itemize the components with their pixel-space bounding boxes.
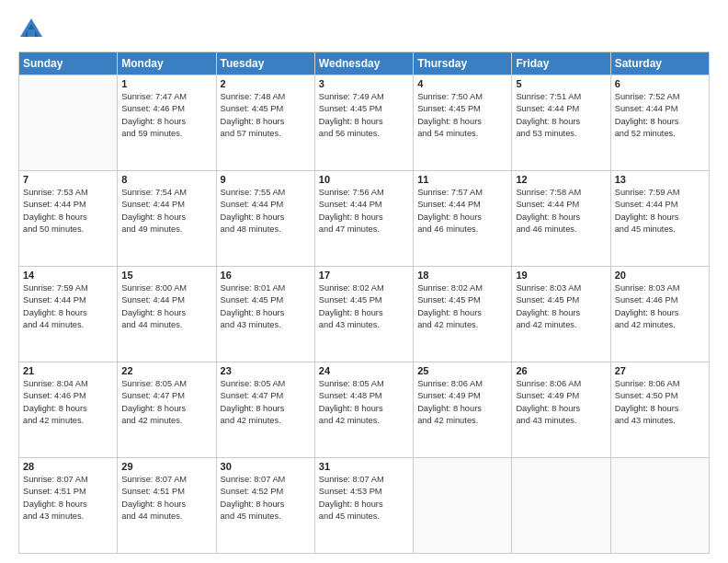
day-info: Sunrise: 7:48 AMSunset: 4:45 PMDaylight:… <box>221 91 311 141</box>
weekday-header-row: SundayMondayTuesdayWednesdayThursdayFrid… <box>19 52 710 75</box>
day-number: 24 <box>319 365 409 376</box>
calendar-cell: 3Sunrise: 7:49 AMSunset: 4:45 PMDaylight… <box>314 75 413 171</box>
day-info: Sunrise: 8:07 AMSunset: 4:52 PMDaylight:… <box>221 474 311 523</box>
calendar-cell: 24Sunrise: 8:05 AMSunset: 4:48 PMDayligh… <box>314 362 413 458</box>
day-info: Sunrise: 8:06 AMSunset: 4:50 PMDaylight:… <box>615 378 705 428</box>
day-info: Sunrise: 8:05 AMSunset: 4:47 PMDaylight:… <box>221 378 311 428</box>
day-number: 12 <box>516 174 606 185</box>
calendar-cell: 11Sunrise: 7:57 AMSunset: 4:44 PMDayligh… <box>414 171 512 267</box>
day-info: Sunrise: 7:59 AMSunset: 4:44 PMDaylight:… <box>23 282 113 332</box>
day-number: 30 <box>221 461 311 472</box>
logo <box>18 17 48 42</box>
day-info: Sunrise: 7:47 AMSunset: 4:46 PMDaylight:… <box>121 91 211 141</box>
day-number: 21 <box>23 365 113 376</box>
calendar-cell <box>414 458 512 554</box>
calendar-cell: 18Sunrise: 8:02 AMSunset: 4:45 PMDayligh… <box>414 267 512 362</box>
calendar-cell: 2Sunrise: 7:48 AMSunset: 4:45 PMDaylight… <box>216 75 314 171</box>
day-number: 1 <box>121 78 211 89</box>
weekday-header-thursday: Thursday <box>414 52 512 75</box>
calendar-cell: 16Sunrise: 8:01 AMSunset: 4:45 PMDayligh… <box>216 267 314 362</box>
day-number: 26 <box>516 365 606 376</box>
day-info: Sunrise: 7:52 AMSunset: 4:44 PMDaylight:… <box>615 91 705 141</box>
calendar-cell: 17Sunrise: 8:02 AMSunset: 4:45 PMDayligh… <box>314 267 413 362</box>
day-info: Sunrise: 8:05 AMSunset: 4:47 PMDaylight:… <box>121 378 211 428</box>
day-number: 11 <box>417 174 507 185</box>
calendar-week-row: 21Sunrise: 8:04 AMSunset: 4:46 PMDayligh… <box>19 362 710 458</box>
calendar-cell: 23Sunrise: 8:05 AMSunset: 4:47 PMDayligh… <box>216 362 314 458</box>
day-number: 18 <box>417 270 507 281</box>
calendar-page: SundayMondayTuesdayWednesdayThursdayFrid… <box>0 0 728 563</box>
calendar-cell: 1Sunrise: 7:47 AMSunset: 4:46 PMDaylight… <box>118 75 216 171</box>
calendar-week-row: 1Sunrise: 7:47 AMSunset: 4:46 PMDaylight… <box>19 75 710 171</box>
weekday-header-tuesday: Tuesday <box>216 52 314 75</box>
day-info: Sunrise: 7:55 AMSunset: 4:44 PMDaylight:… <box>221 187 311 236</box>
calendar-cell: 19Sunrise: 8:03 AMSunset: 4:45 PMDayligh… <box>512 267 610 362</box>
day-info: Sunrise: 8:07 AMSunset: 4:51 PMDaylight:… <box>121 474 211 523</box>
calendar-cell: 6Sunrise: 7:52 AMSunset: 4:44 PMDaylight… <box>610 75 709 171</box>
calendar-cell: 7Sunrise: 7:53 AMSunset: 4:44 PMDaylight… <box>19 171 118 267</box>
day-number: 29 <box>121 461 211 472</box>
calendar-cell: 12Sunrise: 7:58 AMSunset: 4:44 PMDayligh… <box>512 171 610 267</box>
day-number: 10 <box>319 174 409 185</box>
calendar-cell: 20Sunrise: 8:03 AMSunset: 4:46 PMDayligh… <box>610 267 709 362</box>
day-number: 19 <box>516 270 606 281</box>
weekday-header-friday: Friday <box>512 52 610 75</box>
day-number: 17 <box>319 270 409 281</box>
calendar-week-row: 7Sunrise: 7:53 AMSunset: 4:44 PMDaylight… <box>19 171 710 267</box>
day-info: Sunrise: 8:02 AMSunset: 4:45 PMDaylight:… <box>319 282 409 332</box>
calendar-cell: 31Sunrise: 8:07 AMSunset: 4:53 PMDayligh… <box>314 458 413 554</box>
calendar-cell: 10Sunrise: 7:56 AMSunset: 4:44 PMDayligh… <box>314 171 413 267</box>
day-number: 9 <box>221 174 311 185</box>
page-header <box>18 17 710 42</box>
calendar-cell: 30Sunrise: 8:07 AMSunset: 4:52 PMDayligh… <box>216 458 314 554</box>
weekday-header-sunday: Sunday <box>19 52 118 75</box>
day-info: Sunrise: 8:03 AMSunset: 4:46 PMDaylight:… <box>615 282 705 332</box>
calendar-cell: 28Sunrise: 8:07 AMSunset: 4:51 PMDayligh… <box>19 458 118 554</box>
calendar-cell: 29Sunrise: 8:07 AMSunset: 4:51 PMDayligh… <box>118 458 216 554</box>
day-number: 22 <box>121 365 211 376</box>
day-number: 28 <box>23 461 113 472</box>
day-info: Sunrise: 7:50 AMSunset: 4:45 PMDaylight:… <box>417 91 507 141</box>
day-info: Sunrise: 8:01 AMSunset: 4:45 PMDaylight:… <box>221 282 311 332</box>
day-number: 31 <box>319 461 409 472</box>
day-info: Sunrise: 8:04 AMSunset: 4:46 PMDaylight:… <box>23 378 113 428</box>
weekday-header-monday: Monday <box>118 52 216 75</box>
calendar-table: SundayMondayTuesdayWednesdayThursdayFrid… <box>18 52 710 554</box>
calendar-cell: 21Sunrise: 8:04 AMSunset: 4:46 PMDayligh… <box>19 362 118 458</box>
day-number: 23 <box>221 365 311 376</box>
day-info: Sunrise: 8:06 AMSunset: 4:49 PMDaylight:… <box>417 378 507 428</box>
day-info: Sunrise: 8:00 AMSunset: 4:44 PMDaylight:… <box>121 282 211 332</box>
day-number: 3 <box>319 78 409 89</box>
day-number: 15 <box>121 270 211 281</box>
calendar-week-row: 28Sunrise: 8:07 AMSunset: 4:51 PMDayligh… <box>19 458 710 554</box>
day-info: Sunrise: 7:57 AMSunset: 4:44 PMDaylight:… <box>417 187 507 236</box>
day-info: Sunrise: 7:59 AMSunset: 4:44 PMDaylight:… <box>615 187 705 236</box>
calendar-cell: 4Sunrise: 7:50 AMSunset: 4:45 PMDaylight… <box>414 75 512 171</box>
calendar-cell: 13Sunrise: 7:59 AMSunset: 4:44 PMDayligh… <box>610 171 709 267</box>
calendar-cell: 5Sunrise: 7:51 AMSunset: 4:44 PMDaylight… <box>512 75 610 171</box>
day-number: 4 <box>417 78 507 89</box>
day-info: Sunrise: 7:49 AMSunset: 4:45 PMDaylight:… <box>319 91 409 141</box>
day-info: Sunrise: 7:53 AMSunset: 4:44 PMDaylight:… <box>23 187 113 236</box>
svg-rect-2 <box>28 29 35 37</box>
calendar-cell: 14Sunrise: 7:59 AMSunset: 4:44 PMDayligh… <box>19 267 118 362</box>
day-number: 20 <box>615 270 705 281</box>
calendar-cell <box>610 458 709 554</box>
day-number: 27 <box>615 365 705 376</box>
calendar-cell: 25Sunrise: 8:06 AMSunset: 4:49 PMDayligh… <box>414 362 512 458</box>
day-number: 6 <box>615 78 705 89</box>
day-info: Sunrise: 7:58 AMSunset: 4:44 PMDaylight:… <box>516 187 606 236</box>
day-info: Sunrise: 8:06 AMSunset: 4:49 PMDaylight:… <box>516 378 606 428</box>
calendar-cell: 9Sunrise: 7:55 AMSunset: 4:44 PMDaylight… <box>216 171 314 267</box>
logo-icon <box>18 17 44 42</box>
day-number: 5 <box>516 78 606 89</box>
calendar-cell: 22Sunrise: 8:05 AMSunset: 4:47 PMDayligh… <box>118 362 216 458</box>
calendar-cell <box>512 458 610 554</box>
day-info: Sunrise: 8:07 AMSunset: 4:51 PMDaylight:… <box>23 474 113 523</box>
day-number: 16 <box>221 270 311 281</box>
calendar-cell: 27Sunrise: 8:06 AMSunset: 4:50 PMDayligh… <box>610 362 709 458</box>
day-number: 14 <box>23 270 113 281</box>
day-info: Sunrise: 8:02 AMSunset: 4:45 PMDaylight:… <box>417 282 507 332</box>
calendar-cell: 15Sunrise: 8:00 AMSunset: 4:44 PMDayligh… <box>118 267 216 362</box>
day-info: Sunrise: 7:56 AMSunset: 4:44 PMDaylight:… <box>319 187 409 236</box>
